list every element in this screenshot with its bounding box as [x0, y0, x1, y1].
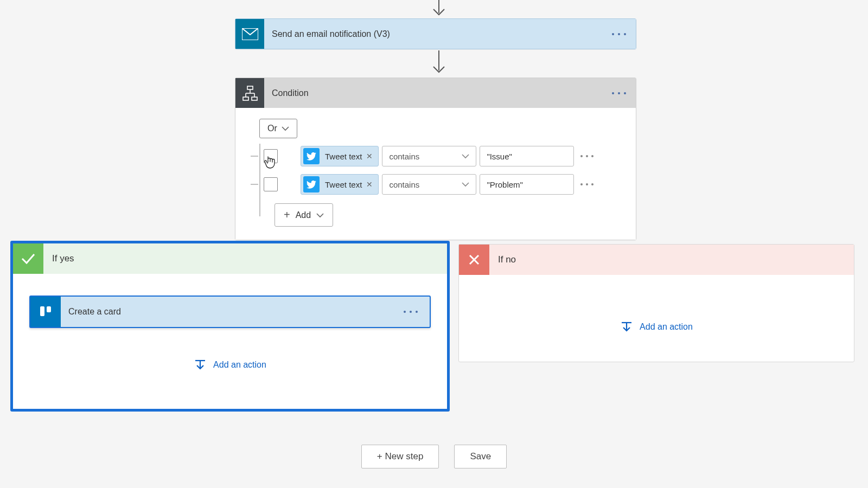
- chevron-down-icon: [462, 182, 469, 187]
- operator-dropdown[interactable]: contains: [382, 174, 476, 195]
- ellipsis-icon[interactable]: [404, 307, 418, 317]
- chevron-down-icon: [282, 126, 289, 131]
- value-input[interactable]: [480, 146, 574, 166]
- if-no-header[interactable]: If no: [459, 245, 854, 275]
- action-title: Create a card: [61, 307, 129, 317]
- operator-label: contains: [389, 180, 419, 189]
- add-condition-button[interactable]: + Add: [275, 203, 333, 227]
- cross-icon: [459, 245, 489, 275]
- row-checkbox[interactable]: [264, 177, 278, 191]
- mail-icon: [235, 19, 264, 49]
- ellipsis-icon[interactable]: [612, 29, 626, 39]
- pill-remove-icon[interactable]: ✕: [366, 180, 373, 189]
- flow-canvas: Send an email notification (V3) Condit: [0, 0, 868, 488]
- twitter-icon: [303, 148, 320, 164]
- condition-title: Condition: [264, 88, 636, 98]
- create-card-action[interactable]: Create a card: [29, 296, 431, 328]
- operator-label: contains: [389, 152, 419, 161]
- logic-operator-label: Or: [267, 124, 277, 133]
- tree-connector: [251, 156, 258, 157]
- twitter-icon: [303, 176, 320, 192]
- pill-remove-icon[interactable]: ✕: [366, 152, 373, 160]
- if-no-branch: If no Add an action: [458, 244, 854, 362]
- add-action-button[interactable]: Add an action: [459, 320, 854, 333]
- tree-connector: [251, 184, 258, 185]
- add-action-button[interactable]: Add an action: [13, 358, 447, 371]
- svg-rect-12: [47, 306, 51, 312]
- ellipsis-icon[interactable]: [612, 88, 626, 98]
- ellipsis-icon[interactable]: [580, 183, 593, 185]
- condition-body: Or Tweet text ✕: [235, 108, 636, 240]
- if-no-title: If no: [489, 254, 525, 265]
- ellipsis-icon[interactable]: [580, 155, 593, 157]
- email-step-header[interactable]: Send an email notification (V3): [235, 19, 636, 49]
- trello-icon: [30, 297, 61, 327]
- add-action-icon: [194, 358, 207, 371]
- operator-dropdown[interactable]: contains: [382, 146, 476, 166]
- condition-card: Condition Or: [235, 78, 636, 240]
- email-step-title: Send an email notification (V3): [264, 29, 636, 39]
- condition-header[interactable]: Condition: [235, 78, 636, 108]
- add-action-label: Add an action: [213, 360, 266, 370]
- new-step-button[interactable]: + New step: [361, 445, 439, 468]
- value-input[interactable]: [480, 174, 574, 195]
- footer-buttons: + New step Save: [0, 445, 868, 468]
- condition-icon: [235, 78, 264, 108]
- save-button[interactable]: Save: [454, 445, 507, 468]
- add-label: Add: [296, 210, 311, 220]
- row-checkbox[interactable]: [264, 149, 278, 163]
- pill-label: Tweet text: [325, 152, 362, 161]
- add-action-icon: [620, 320, 633, 333]
- tree-line: [259, 144, 260, 216]
- svg-rect-4: [243, 97, 248, 100]
- if-yes-header[interactable]: If yes: [13, 243, 447, 274]
- token-pill-tweet-text[interactable]: Tweet text ✕: [301, 174, 379, 195]
- arrow-down-icon: [431, 0, 446, 18]
- plus-icon: +: [284, 209, 290, 221]
- logic-operator-dropdown[interactable]: Or: [259, 119, 297, 138]
- add-action-label: Add an action: [640, 322, 693, 332]
- svg-rect-5: [252, 97, 257, 100]
- pill-label: Tweet text: [325, 180, 362, 189]
- if-yes-branch: If yes Create a card Add an action: [10, 241, 450, 412]
- svg-rect-3: [247, 86, 253, 89]
- condition-row: Tweet text ✕ contains: [257, 146, 620, 166]
- token-pill-tweet-text[interactable]: Tweet text ✕: [301, 146, 379, 166]
- if-yes-title: If yes: [43, 253, 83, 264]
- chevron-down-icon: [462, 153, 469, 159]
- condition-row: Tweet text ✕ contains: [257, 174, 620, 195]
- email-step-card[interactable]: Send an email notification (V3): [235, 18, 636, 49]
- arrow-down-icon: [431, 50, 446, 75]
- pointer-cursor-icon: [264, 156, 277, 172]
- check-icon: [13, 243, 43, 274]
- svg-rect-11: [40, 306, 44, 316]
- chevron-down-icon: [316, 213, 324, 218]
